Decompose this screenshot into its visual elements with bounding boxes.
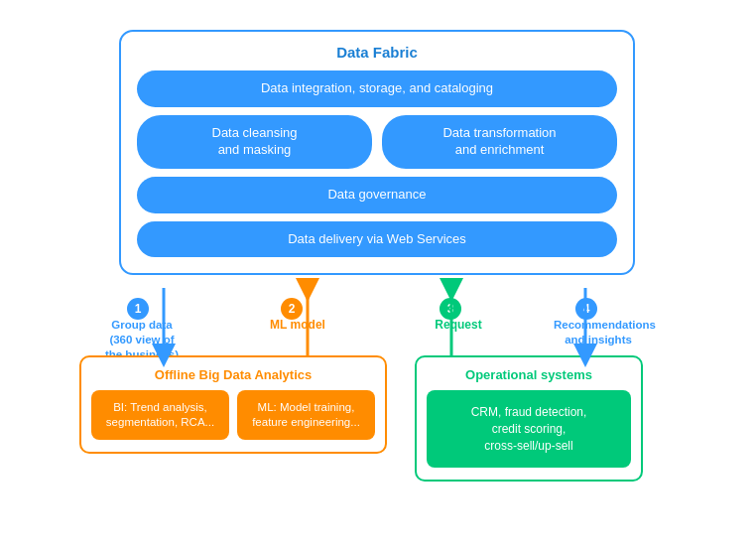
operational-box: Operational systems CRM, fraud detection…: [415, 355, 643, 482]
step3-label: Request: [429, 318, 488, 334]
delivery-btn: Data delivery via Web Services: [137, 221, 617, 258]
integration-btn: Data integration, storage, and catalogin…: [137, 70, 617, 107]
data-fabric-box: Data Fabric Data integration, storage, a…: [119, 30, 635, 275]
offline-box: Offline Big Data Analytics BI: Trend ana…: [79, 355, 387, 454]
step3-badge: 3: [440, 298, 461, 320]
bi-btn: BI: Trend analysis, segmentation, RCA...: [91, 390, 229, 440]
fabric-row-4: Data delivery via Web Services: [137, 221, 617, 258]
cleansing-btn: Data cleansingand masking: [137, 115, 372, 169]
offline-inner-row: BI: Trend analysis, segmentation, RCA...…: [91, 390, 375, 440]
fabric-row-2: Data cleansingand masking Data transform…: [137, 115, 617, 169]
ml-btn: ML: Model training, feature engineering.…: [237, 390, 375, 440]
step2-label: ML model: [268, 318, 327, 334]
offline-title: Offline Big Data Analytics: [91, 367, 375, 382]
diagram-container: Data Fabric Data integration, storage, a…: [0, 0, 756, 553]
step4-badge: 4: [575, 298, 597, 320]
governance-btn: Data governance: [137, 177, 617, 213]
fabric-row-3: Data governance: [137, 177, 617, 213]
step1-badge: 1: [127, 298, 149, 320]
fabric-row-1: Data integration, storage, and catalogin…: [137, 70, 617, 107]
step4-label: Recommendationsand insights: [554, 318, 643, 347]
data-fabric-title: Data Fabric: [137, 44, 617, 61]
operational-title: Operational systems: [427, 367, 631, 382]
step2-badge: 2: [281, 298, 303, 320]
crm-btn: CRM, fraud detection,credit scoring,cros…: [427, 390, 631, 468]
transformation-btn: Data transformationand enrichment: [382, 115, 617, 169]
